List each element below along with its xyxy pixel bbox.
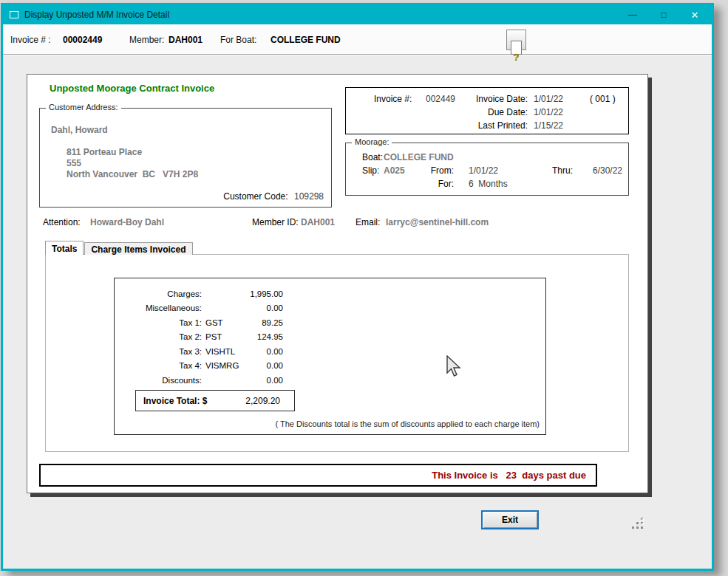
customer-address: 811 Porteau Place 555 North Vancouver BC…: [67, 147, 198, 180]
invoice-no-label: Invoice #:: [374, 94, 412, 104]
invoice-number-label: Invoice # :: [10, 35, 51, 45]
close-button[interactable]: ✕: [679, 5, 710, 24]
email-label: Email:: [356, 217, 380, 227]
slip-value: A025: [384, 165, 405, 176]
window-title: Display Unposted M/M Invoice Detail: [24, 10, 169, 20]
address-line-2: 555: [67, 158, 198, 169]
invoice-total-value: 2,209.20: [245, 396, 294, 406]
invoice-date-value: 1/01/22: [534, 94, 563, 104]
invoice-number-value: 00002449: [63, 35, 102, 45]
totals-row-tax3: Tax 3:VISHTL0.00: [115, 344, 283, 359]
invoice-total-box: Invoice Total: $ 2,209.20: [135, 390, 295, 411]
totals-row-tax4: Tax 4:VISMRG0.00: [115, 359, 283, 374]
window-icon: [10, 11, 18, 18]
customer-code-value: 109298: [290, 191, 324, 202]
invoice-date-label: Invoice Date:: [455, 94, 528, 104]
invoice-no-value: 002449: [426, 94, 455, 104]
invoice-header-bar: Invoice # : 00002449 Member: DAH001 For …: [3, 24, 712, 55]
tab-totals[interactable]: Totals: [45, 241, 84, 255]
address-line-1: 811 Porteau Place: [67, 147, 198, 158]
discounts-note: ( The Discounts total is the sum of disc…: [276, 419, 540, 428]
tab-charge-items-label: Charge Items Invoiced: [91, 244, 186, 255]
past-due-box: This Invoice is 23 days past due: [39, 464, 597, 487]
invoice-batch-value: ( 001 ): [590, 94, 616, 104]
tab-charge-items-invoiced[interactable]: Charge Items Invoiced: [84, 242, 192, 255]
exit-button[interactable]: Exit: [481, 510, 539, 529]
totals-row-miscellaneous: Miscellaneous:0.00: [115, 301, 283, 316]
customer-address-group: Customer Address: Dahl, Howard 811 Porte…: [39, 108, 332, 208]
window-controls: — □ ✕: [617, 5, 710, 24]
thru-date-value: 6/30/22: [593, 165, 622, 176]
resize-grip-icon[interactable]: [630, 516, 645, 531]
due-date-value: 1/01/22: [534, 107, 563, 117]
attention-value: Howard-Boy Dahl: [90, 217, 164, 227]
totals-row-discounts: Discounts:0.00: [115, 373, 283, 388]
for-boat-label: For Boat:: [220, 35, 256, 45]
customer-address-group-label: Customer Address:: [46, 103, 121, 112]
due-date-label: Due Date:: [455, 107, 528, 117]
moorage-group: Moorage: Boat: COLLEGE FUND Slip: A025 F…: [345, 143, 629, 196]
duration-value: 6 Months: [469, 179, 508, 189]
totals-row-tax1: Tax 1:GST89.25: [115, 315, 283, 330]
invoice-detail-panel: Unposted Moorage Contract Invoice Custom…: [27, 74, 648, 493]
member-value: DAH001: [169, 35, 203, 45]
member-label: Member:: [129, 35, 164, 45]
contact-row: Attention: Howard-Boy Dahl Member ID: DA…: [27, 217, 647, 229]
past-due-text: This Invoice is 23 days past due: [432, 470, 586, 481]
minimize-icon: —: [628, 10, 637, 20]
last-printed-label: Last Printed:: [455, 120, 528, 131]
tab-strip: Totals Charge Items Invoiced: [45, 241, 194, 255]
maximize-icon: □: [661, 10, 666, 20]
attention-label: Attention:: [43, 217, 81, 227]
address-line-3: North Vancouver BC V7H 2P8: [67, 169, 198, 180]
customer-name: Dahl, Howard: [51, 125, 108, 135]
invoice-total-label: Invoice Total: $: [136, 396, 207, 406]
totals-rows: Charges:1,995.00 Miscellaneous:0.00 Tax …: [115, 287, 283, 388]
for-label: For:: [418, 179, 454, 189]
totals-row-tax2: Tax 2:PST124.95: [115, 330, 283, 345]
invoice-dates-box: Invoice #: 002449 Invoice Date: 1/01/22 …: [345, 87, 629, 134]
moorage-group-label: Moorage:: [352, 137, 392, 148]
customer-code-label: Customer Code:: [223, 191, 288, 202]
email-value: larryc@sentinel-hill.com: [386, 217, 489, 227]
member-id-value: DAH001: [301, 217, 335, 227]
help-button[interactable]: ?: [506, 30, 526, 50]
last-printed-value: 1/15/22: [534, 120, 563, 131]
close-icon: ✕: [691, 10, 699, 21]
totals-row-charges: Charges:1,995.00: [115, 287, 283, 301]
help-icon: ?: [511, 41, 522, 55]
tab-totals-label: Totals: [52, 244, 77, 254]
member-id-label: Member ID:: [252, 217, 299, 227]
page-title: Unposted Moorage Contract Invoice: [50, 83, 214, 94]
slip-label: Slip:: [362, 165, 379, 176]
boat-label: Boat:: [362, 152, 383, 162]
thru-label: Thru:: [552, 165, 573, 176]
app-window: Display Unposted M/M Invoice Detail — □ …: [1, 3, 714, 571]
titlebar[interactable]: Display Unposted M/M Invoice Detail — □ …: [3, 5, 712, 24]
maximize-button[interactable]: □: [648, 5, 679, 24]
from-label: From:: [418, 165, 454, 176]
customer-code-row: Customer Code: 109298: [223, 191, 324, 202]
from-date-value: 1/01/22: [469, 165, 498, 176]
for-boat-value: COLLEGE FUND: [271, 35, 341, 45]
totals-box: Charges:1,995.00 Miscellaneous:0.00 Tax …: [114, 278, 546, 435]
minimize-button[interactable]: —: [617, 5, 648, 24]
boat-value: COLLEGE FUND: [384, 152, 454, 162]
